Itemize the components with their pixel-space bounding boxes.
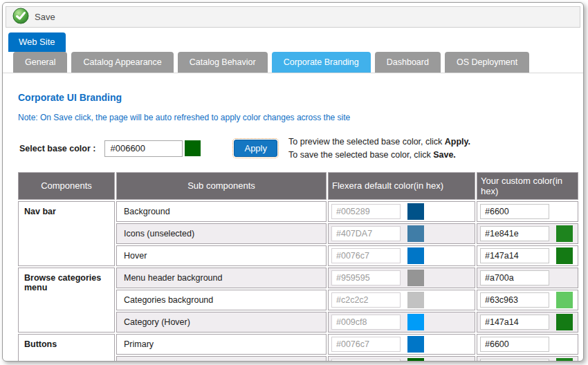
default-color-swatch (407, 203, 424, 220)
custom-color-input[interactable] (480, 315, 549, 330)
tab-catalog-appearance[interactable]: Catalog Appearance (71, 52, 173, 73)
custom-color-input[interactable] (480, 270, 549, 286)
table-row: Browse categories menu Menu header backg… (18, 268, 578, 288)
custom-color-input[interactable] (480, 248, 549, 263)
note-text: Note: On Save click, the page will be au… (18, 113, 583, 122)
sub-component-cell: Icons (unselected) (116, 223, 327, 244)
sub-component-cell: Menu header background (116, 268, 327, 288)
base-color-label: Select base color : (19, 144, 95, 153)
custom-color-input[interactable] (480, 226, 549, 241)
branding-table: Components Sub components Flexera defaul… (17, 171, 580, 362)
tab-web-site[interactable]: Web Site (8, 32, 66, 52)
table-row: Nav bar Background (18, 201, 578, 222)
tab-corporate-branding[interactable]: Corporate Branding (272, 52, 371, 73)
apply-button[interactable]: Apply (234, 140, 277, 157)
sub-component-cell: Hover (116, 245, 327, 266)
default-color-swatch (407, 225, 424, 242)
table-header-row: Components Sub components Flexera defaul… (18, 172, 578, 200)
custom-color-swatch (556, 247, 573, 264)
sub-component-cell: Categories background (116, 290, 327, 310)
custom-color-swatch (556, 225, 573, 242)
col-header-components: Components (18, 172, 115, 200)
tab-os-deployment[interactable]: OS Deployment (445, 52, 529, 73)
settings-window: Save Web Site General Catalog Appearance… (2, 2, 584, 362)
tab-dashboard[interactable]: Dashboard (375, 52, 441, 73)
default-color-swatch (407, 247, 424, 264)
default-color-swatch (407, 270, 424, 286)
default-color-swatch (407, 358, 424, 362)
corporate-branding-panel: Corporate UI Branding Note: On Save clic… (3, 73, 583, 362)
col-header-sub-components: Sub components (116, 172, 327, 200)
tab-bar: General Catalog Appearance Catalog Behav… (3, 52, 583, 73)
custom-color-input[interactable] (480, 359, 549, 362)
save-button[interactable]: Save (12, 8, 55, 27)
sub-component-cell: Primary (116, 334, 327, 355)
col-header-custom-color: Your custom color(in hex) (477, 172, 578, 200)
table-row: Buttons Primary (18, 334, 578, 355)
default-color-input (331, 315, 401, 330)
default-color-swatch (407, 314, 424, 330)
tab-general[interactable]: General (13, 52, 67, 73)
component-cell: Browse categories menu (18, 268, 115, 333)
default-color-input (331, 248, 401, 263)
sub-component-cell: Primary (Hover) (116, 356, 327, 362)
custom-color-swatch (556, 314, 573, 330)
custom-color-input[interactable] (480, 292, 549, 308)
default-color-input (331, 359, 401, 362)
page-title: Corporate UI Branding (18, 92, 583, 103)
default-color-input (331, 337, 401, 352)
component-cell: Nav bar (18, 201, 115, 266)
default-color-swatch (407, 292, 424, 308)
default-color-input (331, 204, 401, 219)
default-color-input (331, 292, 401, 308)
default-color-input (331, 270, 401, 286)
custom-color-input[interactable] (480, 204, 549, 219)
custom-color-swatch (556, 292, 573, 308)
sub-component-cell: Category (Hover) (116, 312, 327, 333)
base-color-swatch (185, 140, 201, 156)
component-cell: Buttons (18, 334, 115, 362)
col-header-default-color: Flexera default color(in hex) (328, 172, 475, 200)
default-color-input (331, 226, 401, 241)
base-color-row: Select base color : Apply To preview the… (19, 135, 583, 162)
tab-catalog-behavior[interactable]: Catalog Behavior (178, 52, 268, 73)
toolbar: Save (6, 6, 580, 28)
custom-color-swatch (556, 358, 573, 362)
help-text: To preview the selected base color, clic… (288, 135, 470, 162)
base-color-input[interactable] (104, 140, 183, 157)
save-check-icon (12, 8, 29, 27)
save-label: Save (35, 12, 55, 22)
sub-component-cell: Background (116, 201, 327, 222)
default-color-swatch (407, 336, 424, 353)
custom-color-input[interactable] (480, 337, 549, 352)
site-tab-row: Web Site (3, 32, 583, 52)
